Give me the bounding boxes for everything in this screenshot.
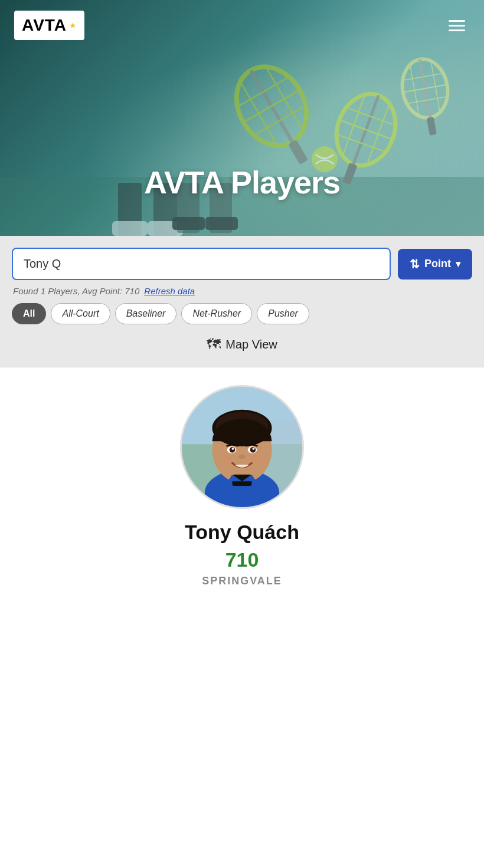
filter-pusher-button[interactable]: Pusher: [257, 303, 309, 324]
logo[interactable]: AVTA ★: [14, 11, 84, 40]
filter-baseliner-button[interactable]: Baseliner: [115, 303, 177, 324]
filter-all-button[interactable]: All: [12, 303, 46, 324]
results-text: Found 1 Players, Avg Point: 710: [13, 286, 139, 296]
filter-row: All All-Court Baseliner Net-Rusher Pushe…: [12, 303, 472, 324]
page-title: AVTA Players: [0, 164, 484, 200]
header-top: AVTA ★: [0, 0, 484, 51]
filter-netrusher-button[interactable]: Net-Rusher: [181, 303, 252, 324]
svg-point-48: [238, 455, 246, 459]
chevron-down-icon: ▾: [456, 258, 460, 269]
sort-button[interactable]: ⇅ Point ▾: [398, 249, 472, 280]
player-name: Tony Quách: [185, 521, 299, 544]
logo-star-icon: ★: [69, 21, 77, 30]
player-points: 710: [225, 548, 259, 571]
page-title-container: AVTA Players: [0, 164, 484, 200]
results-row: Found 1 Players, Avg Point: 710 Refresh …: [12, 286, 472, 296]
map-icon: 🗺: [207, 336, 221, 353]
map-view-row: 🗺 Map View: [12, 334, 472, 355]
svg-point-47: [252, 448, 254, 450]
search-input[interactable]: [12, 248, 391, 280]
svg-point-51: [252, 455, 263, 462]
players-section: Tony Quách 710 SPRINGVALE: [0, 367, 484, 605]
svg-point-46: [232, 448, 234, 450]
svg-point-50: [221, 455, 232, 462]
logo-text: AVTA: [22, 16, 67, 35]
search-section: ⇅ Point ▾ Found 1 Players, Avg Point: 71…: [0, 236, 484, 367]
player-card[interactable]: Tony Quách 710 SPRINGVALE: [180, 385, 304, 587]
page-header: AVTA ★ AVTA Players: [0, 0, 484, 236]
hamburger-icon: [449, 20, 465, 31]
menu-button[interactable]: [444, 15, 470, 36]
filter-allcourt-button[interactable]: All-Court: [51, 303, 110, 324]
player-location: SPRINGVALE: [202, 575, 282, 587]
refresh-data-link[interactable]: Refresh data: [144, 286, 195, 296]
sort-icon: ⇅: [410, 257, 420, 271]
avatar: [180, 385, 304, 509]
sort-label: Point: [424, 258, 451, 270]
search-row: ⇅ Point ▾: [12, 248, 472, 280]
map-view-label: Map View: [225, 338, 277, 351]
map-view-button[interactable]: 🗺 Map View: [207, 336, 277, 353]
